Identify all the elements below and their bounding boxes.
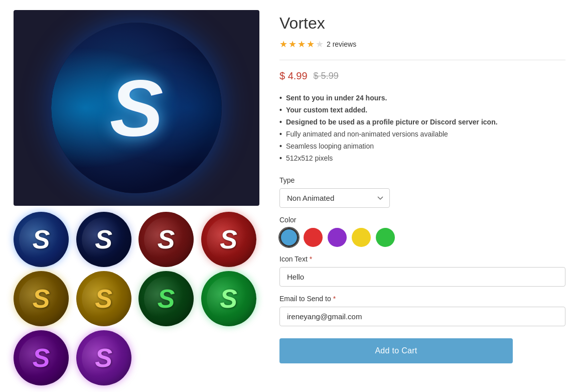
product-page: S S S S S S S S (14, 10, 565, 385)
thumbnail-2[interactable]: S (138, 212, 194, 267)
main-product-image: S (14, 10, 259, 206)
right-column: Vortex ★ ★ ★ ★ ★ 2 reviews $ 4.99 $ 5.99… (279, 10, 565, 385)
features-list: Sent to you in under 24 hours. Your cust… (279, 92, 565, 164)
email-required: * (333, 295, 336, 303)
color-label: Color (279, 216, 565, 224)
feature-4: Seamless looping animation (279, 140, 565, 152)
type-section: Type Non Animated Animated (279, 176, 565, 208)
thumb-letter-9: S (95, 343, 112, 373)
feature-1: Your custom text added. (279, 104, 565, 116)
thumb-letter-5: S (95, 284, 112, 314)
thumb-letter-8: S (33, 343, 50, 373)
email-label: Email to Send to * (279, 295, 565, 303)
thumb-letter-1: S (95, 224, 112, 254)
thumbnail-8[interactable]: S (14, 330, 69, 385)
thumb-letter-2: S (158, 224, 175, 254)
color-swatch-purple[interactable] (328, 228, 347, 247)
feature-0: Sent to you in under 24 hours. (279, 92, 565, 104)
type-label: Type (279, 176, 565, 184)
icon-text-required: * (310, 255, 312, 263)
star-2: ★ (288, 39, 297, 50)
price-row: $ 4.99 $ 5.99 (279, 70, 565, 82)
thumb-letter-7: S (220, 284, 237, 314)
color-swatch-green[interactable] (376, 228, 395, 247)
star-1: ★ (279, 39, 287, 50)
icon-text-label: Icon Text * (279, 255, 565, 263)
thumbnail-3[interactable]: S (201, 212, 256, 267)
thumbnail-7[interactable]: S (201, 271, 256, 326)
product-s-letter: S (110, 68, 164, 148)
thumbnail-4[interactable]: S (14, 271, 69, 326)
color-section: Color (279, 216, 565, 247)
reviews-link[interactable]: 2 reviews (327, 40, 356, 48)
rating-row: ★ ★ ★ ★ ★ 2 reviews (279, 39, 565, 60)
product-image-circle: S (51, 23, 222, 193)
email-section: Email to Send to * (279, 295, 565, 326)
price-original: $ 5.99 (314, 71, 339, 81)
star-3: ★ (298, 39, 306, 50)
feature-5: 512x512 pixels (279, 152, 565, 164)
thumbnail-grid: S S S S S S S S S (14, 212, 259, 385)
thumb-letter-6: S (158, 284, 175, 314)
star-5: ★ (316, 39, 324, 50)
thumb-letter-0: S (33, 224, 50, 254)
color-swatches (279, 228, 565, 247)
star-rating: ★ ★ ★ ★ ★ (279, 39, 324, 50)
thumbnail-0[interactable]: S (14, 212, 69, 267)
thumbnail-9[interactable]: S (76, 330, 131, 385)
thumb-letter-4: S (33, 284, 50, 314)
thumbnail-6[interactable]: S (138, 271, 194, 326)
thumbnail-5[interactable]: S (76, 271, 131, 326)
left-column: S S S S S S S S (14, 10, 259, 385)
color-swatch-red[interactable] (304, 228, 323, 247)
icon-text-section: Icon Text * (279, 255, 565, 287)
color-swatch-yellow[interactable] (352, 228, 371, 247)
color-swatch-blue[interactable] (279, 228, 299, 247)
star-4: ★ (307, 39, 315, 50)
thumb-letter-3: S (220, 224, 237, 254)
add-to-cart-button[interactable]: Add to Cart (279, 338, 513, 363)
product-title: Vortex (279, 14, 565, 33)
email-input[interactable] (279, 307, 565, 326)
feature-2: Designed to be used as a profile picture… (279, 116, 565, 128)
icon-text-input[interactable] (279, 267, 565, 287)
type-select[interactable]: Non Animated Animated (279, 188, 390, 208)
price-current: $ 4.99 (279, 70, 308, 82)
feature-3: Fully animated and non-animated versions… (279, 128, 565, 140)
thumbnail-1[interactable]: S (76, 212, 131, 267)
